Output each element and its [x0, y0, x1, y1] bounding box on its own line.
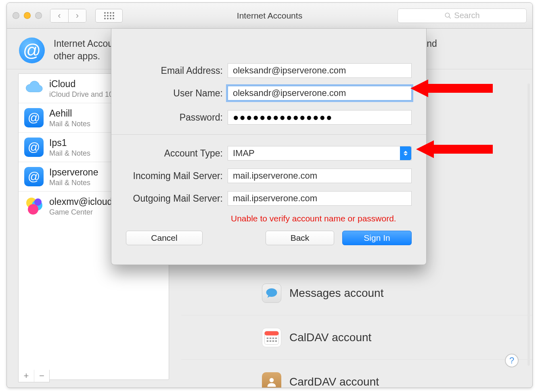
svg-line-1: [449, 17, 451, 19]
search-icon: [444, 12, 452, 19]
email-input[interactable]: [228, 63, 412, 78]
provider-label: Messages account: [289, 287, 383, 300]
back-button[interactable]: Back: [266, 231, 334, 245]
provider-messages[interactable]: Messages account: [181, 271, 533, 315]
calendar-icon: [262, 328, 281, 347]
titlebar: ‹ › Internet Accounts Search: [7, 3, 532, 29]
gamecenter-icon: [24, 196, 44, 216]
provider-label: CardDAV account: [289, 375, 379, 388]
svg-point-5: [34, 198, 42, 206]
provider-caldav[interactable]: CalDAV account: [181, 315, 533, 360]
annotation-arrow-username: [410, 79, 493, 97]
svg-rect-9: [270, 338, 271, 339]
search-field[interactable]: Search: [398, 8, 527, 23]
at-icon: @: [24, 167, 44, 186]
svg-point-4: [28, 204, 38, 215]
form-divider: [111, 134, 426, 135]
search-placeholder: Search: [454, 11, 479, 20]
svg-rect-15: [275, 340, 277, 342]
outgoing-label: Outgoing Mail Server:: [126, 193, 223, 204]
signin-button[interactable]: Sign In: [342, 231, 412, 245]
contacts-icon: [262, 372, 281, 388]
sidebar-footer: + −: [18, 370, 50, 382]
zoom-window-button[interactable]: [35, 12, 42, 19]
sidebar-item-subtitle: Mail & Notes: [49, 120, 90, 128]
messages-icon: [262, 284, 281, 303]
annotation-arrow-account-type: [416, 140, 493, 158]
username-input[interactable]: [228, 86, 412, 100]
account-type-label: Account Type:: [126, 148, 223, 159]
sidebar-item-title: Ipserverone: [49, 167, 98, 178]
svg-rect-10: [272, 338, 274, 339]
sidebar-item-title: Aehill: [49, 108, 90, 119]
help-button[interactable]: ?: [505, 354, 519, 367]
nav-segment: ‹ ›: [50, 9, 86, 23]
chevron-updown-icon: [400, 146, 411, 160]
sidebar-item-title: Ips1: [49, 138, 90, 148]
internet-accounts-icon: @: [19, 38, 45, 63]
incoming-server-input[interactable]: [228, 169, 412, 183]
svg-point-0: [446, 13, 450, 17]
account-type-select[interactable]: IMAP: [228, 146, 412, 161]
svg-rect-7: [265, 331, 279, 336]
svg-rect-14: [272, 340, 274, 342]
svg-rect-12: [267, 340, 268, 342]
scrollbar[interactable]: [527, 83, 530, 366]
prefs-window: ‹ › Internet Accounts Search @ Internet …: [6, 2, 533, 388]
svg-rect-8: [267, 338, 268, 339]
password-input[interactable]: ●●●●●●●●●●●●●●●: [228, 110, 412, 125]
outgoing-server-input[interactable]: [228, 191, 412, 206]
forward-nav-button[interactable]: ›: [68, 9, 86, 22]
icloud-icon: [24, 79, 44, 98]
svg-rect-13: [270, 340, 271, 342]
provider-list: Messages account CalDAV account CardDAV …: [181, 271, 533, 388]
svg-point-16: [270, 378, 274, 382]
minimize-window-button[interactable]: [24, 12, 31, 19]
cancel-button[interactable]: Cancel: [126, 231, 203, 245]
provider-label: CalDAV account: [289, 331, 371, 344]
username-label: User Name:: [126, 88, 223, 99]
traffic-lights: [13, 12, 42, 19]
button-row: Cancel Back Sign In: [111, 223, 426, 245]
svg-rect-11: [275, 338, 277, 339]
close-window-button[interactable]: [13, 12, 19, 19]
add-account-sheet: Email Address: User Name: Password: ●●●●…: [111, 29, 427, 265]
password-label: Password:: [126, 112, 223, 123]
account-type-value: IMAP: [233, 148, 255, 158]
grid-icon: [104, 12, 114, 19]
header-line2: other apps.: [54, 51, 100, 61]
show-all-button[interactable]: [95, 9, 123, 23]
email-label: Email Address:: [126, 65, 223, 76]
sidebar-item-subtitle: Mail & Notes: [49, 149, 90, 158]
sidebar-item-subtitle: Mail & Notes: [49, 179, 98, 187]
add-account-button[interactable]: +: [19, 370, 34, 382]
at-icon: @: [24, 138, 44, 157]
provider-carddav[interactable]: CardDAV account: [181, 360, 533, 388]
back-nav-button[interactable]: ‹: [50, 9, 68, 22]
incoming-label: Incoming Mail Server:: [126, 171, 223, 181]
error-message: Unable to verify account name or passwor…: [111, 214, 426, 223]
remove-account-button[interactable]: −: [34, 370, 49, 382]
at-icon: @: [24, 108, 44, 127]
